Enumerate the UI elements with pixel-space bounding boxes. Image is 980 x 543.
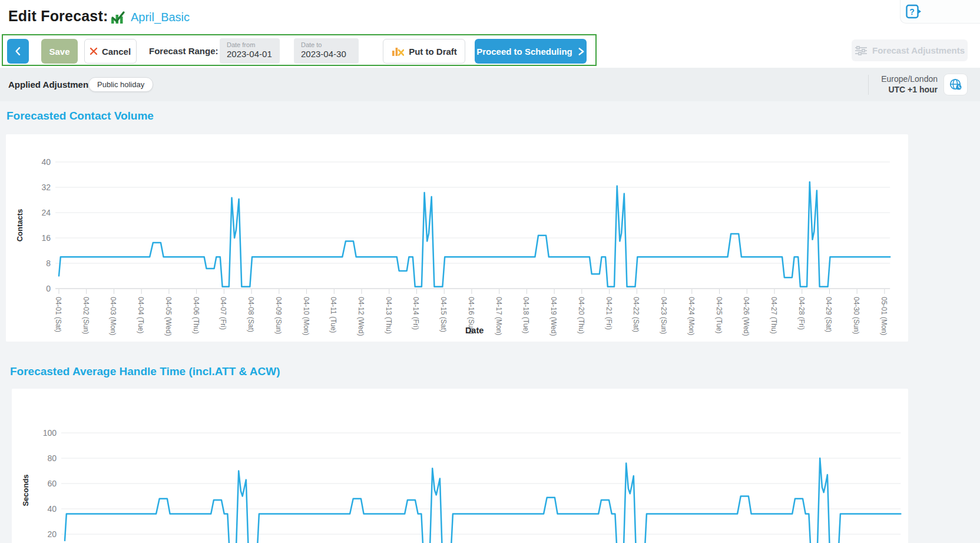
date-from-field[interactable]: Date from 2023-04-01: [220, 38, 280, 64]
svg-text:8: 8: [46, 259, 51, 268]
svg-text:20: 20: [47, 529, 57, 539]
proceed-to-scheduling-button[interactable]: Proceed to Scheduling: [475, 39, 587, 64]
svg-text:80: 80: [47, 453, 57, 463]
svg-text:04-13 (Thu): 04-13 (Thu): [385, 297, 393, 334]
svg-text:60: 60: [47, 479, 57, 488]
svg-text:04-05 (Wed): 04-05 (Wed): [164, 297, 173, 336]
divider: [868, 75, 869, 95]
put-to-draft-label: Put to Draft: [409, 47, 457, 57]
timezone-button[interactable]: [943, 74, 968, 95]
svg-text:04-27 (Thu): 04-27 (Thu): [770, 297, 778, 334]
chart2-title: Forecasted Average Handle Time (incl.ATT…: [10, 365, 280, 378]
forecast-adjustments-label: Forecast Adjustments: [872, 45, 965, 55]
forecast-name-link[interactable]: April_Basic: [131, 11, 190, 24]
date-to-field[interactable]: Date to 2023-04-30: [294, 38, 359, 64]
svg-text:04-03 (Mon): 04-03 (Mon): [109, 297, 117, 335]
applied-adjustments-bar: Applied Adjustments: Public holiday Euro…: [0, 68, 980, 101]
date-from-label: Date from: [227, 41, 273, 48]
svg-text:40: 40: [47, 504, 57, 514]
svg-text:Contacts: Contacts: [15, 209, 24, 242]
proceed-label: Proceed to Scheduling: [476, 47, 572, 57]
svg-text:04-10 (Mon): 04-10 (Mon): [302, 297, 310, 335]
chart-check-icon: [110, 10, 125, 25]
contact-volume-chart-panel: 081624324004-01 (Sat)04-02 (Sun)04-03 (M…: [6, 134, 908, 342]
timezone-offset: UTC +1 hour: [881, 85, 938, 94]
svg-text:0: 0: [46, 284, 51, 293]
contact-volume-chart: 081624324004-01 (Sat)04-02 (Sun)04-03 (M…: [6, 134, 908, 342]
aht-chart-panel: 20406080100Seconds: [12, 389, 908, 543]
chart1-title: Forecasted Contact Volume: [6, 110, 154, 122]
date-to-value: 2023-04-30: [301, 49, 352, 59]
chevron-right-icon: [577, 48, 585, 55]
globe-clock-icon: [949, 78, 963, 91]
svg-text:04-20 (Thu): 04-20 (Thu): [577, 297, 585, 334]
forecast-range-label: Forecast Range:: [149, 39, 218, 64]
back-button[interactable]: [7, 39, 29, 64]
svg-text:04-01 (Sat): 04-01 (Sat): [54, 297, 62, 332]
svg-text:04-14 (Fri): 04-14 (Fri): [412, 297, 420, 330]
svg-text:04-23 (Sun): 04-23 (Sun): [660, 297, 668, 334]
svg-text:04-07 (Fri): 04-07 (Fri): [219, 297, 227, 330]
adjustment-chip[interactable]: Public holiday: [88, 77, 153, 92]
help-tooltip-icon[interactable]: ?: [906, 4, 922, 19]
header: Edit Forecast: April_Basic ?: [0, 0, 980, 68]
put-to-draft-button[interactable]: Put to Draft: [383, 39, 465, 64]
date-to-label: Date to: [301, 41, 352, 48]
save-button[interactable]: Save: [41, 39, 78, 64]
svg-text:04-28 (Fri): 04-28 (Fri): [797, 297, 806, 330]
svg-text:04-06 (Thu): 04-06 (Thu): [192, 297, 200, 334]
bar-chart-x-icon: [391, 45, 404, 57]
svg-text:04-09 (Sun): 04-09 (Sun): [274, 297, 283, 334]
forecast-adjustments-button[interactable]: Forecast Adjustments: [852, 39, 968, 61]
timezone-info: Europe/London UTC +1 hour: [881, 74, 938, 94]
chevron-left-icon: [14, 46, 22, 57]
svg-text:04-21 (Fri): 04-21 (Fri): [605, 297, 613, 330]
svg-text:04-22 (Sat): 04-22 (Sat): [632, 297, 640, 332]
svg-text:04-15 (Sat): 04-15 (Sat): [439, 297, 448, 332]
svg-text:04-24 (Mon): 04-24 (Mon): [687, 297, 696, 335]
x-icon: [90, 48, 97, 55]
sliders-icon: [855, 46, 868, 55]
svg-text:Seconds: Seconds: [21, 474, 30, 506]
svg-text:24: 24: [41, 208, 51, 217]
svg-text:16: 16: [41, 233, 51, 243]
date-from-value: 2023-04-01: [227, 49, 273, 59]
svg-text:05-01 (Mon): 05-01 (Mon): [880, 297, 888, 335]
edit-forecast-page: Edit Forecast: April_Basic ?: [0, 0, 980, 543]
svg-text:04-17 (Mon): 04-17 (Mon): [495, 297, 503, 335]
applied-adjustments-label: Applied Adjustments:: [8, 68, 99, 101]
svg-text:Date: Date: [465, 326, 484, 335]
svg-text:04-26 (Wed): 04-26 (Wed): [742, 297, 750, 336]
svg-text:04-18 (Tue): 04-18 (Tue): [522, 297, 530, 333]
svg-text:04-12 (Wed): 04-12 (Wed): [357, 297, 365, 336]
timezone-region: Europe/London: [881, 74, 938, 84]
svg-text:32: 32: [41, 183, 51, 192]
cancel-button[interactable]: Cancel: [84, 39, 137, 64]
svg-text:04-02 (Sun): 04-02 (Sun): [82, 297, 90, 334]
svg-text:40: 40: [41, 157, 51, 167]
svg-text:04-30 (Sun): 04-30 (Sun): [852, 297, 860, 334]
aht-chart: 20406080100Seconds: [12, 389, 907, 543]
svg-text:04-29 (Sat): 04-29 (Sat): [825, 297, 833, 332]
svg-text:04-08 (Sat): 04-08 (Sat): [247, 297, 255, 332]
svg-text:100: 100: [43, 428, 57, 438]
svg-text:04-25 (Tue): 04-25 (Tue): [715, 297, 723, 333]
cancel-label: Cancel: [102, 47, 131, 57]
help-panel: ?: [900, 0, 980, 24]
svg-text:04-11 (Tue): 04-11 (Tue): [329, 297, 337, 333]
svg-text:?: ?: [909, 7, 915, 16]
page-title: Edit Forecast:: [8, 8, 108, 25]
svg-text:04-04 (Tue): 04-04 (Tue): [137, 297, 145, 333]
svg-text:04-19 (Wed): 04-19 (Wed): [549, 297, 558, 336]
